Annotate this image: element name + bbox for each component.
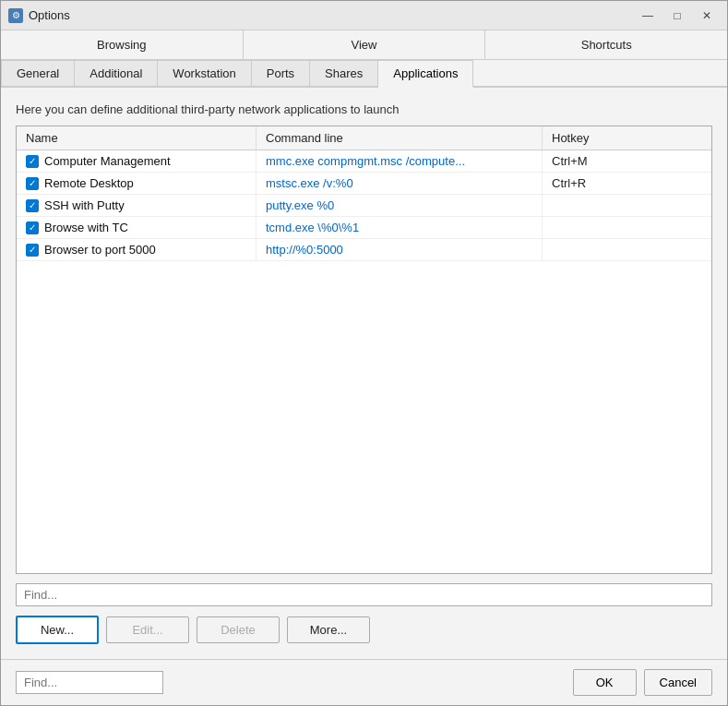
table-row[interactable]: Browser to port 5000 http://%0:5000 [17,239,711,261]
find-input-main[interactable] [16,583,712,606]
col-name: Name [17,126,257,150]
row1-checkbox[interactable] [26,177,39,190]
tab-workstation[interactable]: Workstation [158,60,251,86]
nav-shortcuts[interactable]: Shortcuts [485,30,727,59]
main-content: Here you can define additional third-par… [1,88,727,659]
footer-buttons: OK Cancel [573,669,712,696]
row4-command: http://%0:5000 [257,239,543,260]
row1-command: mstsc.exe /v:%0 [257,173,543,194]
ok-button[interactable]: OK [573,669,637,696]
nav-browsing[interactable]: Browsing [1,30,244,59]
row0-command: mmc.exe compmgmt.msc /compute... [257,150,543,172]
footer: OK Cancel [1,659,727,705]
nav-view[interactable]: View [244,30,486,59]
titlebar: ⚙ Options — □ ✕ [1,1,727,30]
close-button[interactable]: ✕ [694,6,720,25]
app-icon: ⚙ [8,8,23,23]
find-row [16,583,712,606]
window-controls: — □ ✕ [635,6,720,25]
tab-bar: General Additional Workstation Ports Sha… [1,60,727,88]
tab-general[interactable]: General [1,60,75,86]
navigation: Browsing View Shortcuts General Addition… [1,30,727,88]
maximize-button[interactable]: □ [664,6,690,25]
minimize-button[interactable]: — [635,6,661,25]
row3-name: Browse with TC [17,217,257,238]
row4-checkbox[interactable] [26,244,39,257]
new-button[interactable]: New... [16,616,99,644]
row4-name: Browser to port 5000 [17,239,257,260]
cancel-button[interactable]: Cancel [644,669,712,696]
more-button[interactable]: More... [287,616,370,643]
row0-checkbox[interactable] [26,155,39,168]
table-row[interactable]: Browse with TC tcmd.exe \%0\%1 [17,217,711,239]
row3-checkbox[interactable] [26,221,39,234]
row1-hotkey: Ctrl+R [543,173,711,194]
footer-find-input[interactable] [16,671,163,694]
row3-command: tcmd.exe \%0\%1 [257,217,543,238]
row0-name: Computer Management [17,150,257,172]
tab-shares[interactable]: Shares [310,60,378,86]
tab-additional[interactable]: Additional [75,60,158,86]
table-row[interactable]: Computer Management mmc.exe compmgmt.msc… [17,150,711,173]
page-description: Here you can define additional third-par… [16,102,712,116]
tab-applications[interactable]: Applications [378,60,473,88]
table-row[interactable]: SSH with Putty putty.exe %0 [17,195,711,217]
table-row[interactable]: Remote Desktop mstsc.exe /v:%0 Ctrl+R [17,173,711,195]
row0-hotkey: Ctrl+M [543,150,711,172]
row3-hotkey [543,224,711,232]
row2-checkbox[interactable] [26,199,39,212]
col-hotkey: Hotkey [543,126,711,150]
options-dialog: ⚙ Options — □ ✕ Browsing View Shortcuts … [0,0,728,706]
window-title: Options [29,8,635,22]
action-buttons: New... Edit... Delete More... [16,616,712,644]
row4-hotkey [543,246,711,254]
edit-button[interactable]: Edit... [106,616,189,643]
row2-hotkey [543,202,711,209]
tab-ports[interactable]: Ports [252,60,310,86]
row2-command: putty.exe %0 [257,195,543,216]
row2-name: SSH with Putty [17,195,257,216]
delete-button[interactable]: Delete [197,616,280,643]
table-header: Name Command line Hotkey [17,126,711,150]
col-command: Command line [257,126,543,150]
applications-table[interactable]: Name Command line Hotkey Computer Manage… [16,126,712,574]
row1-name: Remote Desktop [17,173,257,194]
top-nav: Browsing View Shortcuts [1,30,727,60]
